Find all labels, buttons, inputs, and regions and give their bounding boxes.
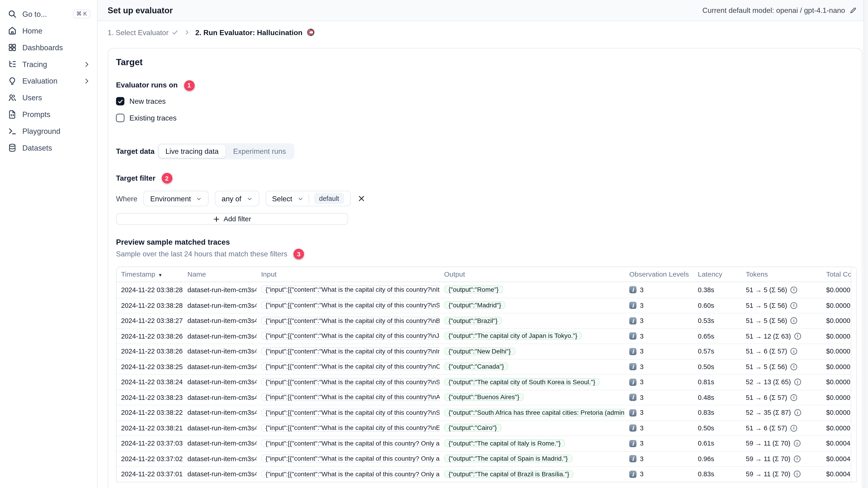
lightbulb-icon: [8, 76, 17, 86]
observation-level-icon: i: [629, 363, 637, 370]
cell-name: dataset-run-item-cm3s4: [183, 409, 257, 417]
input-chip[interactable]: {"input":[{"content":"What is the capita…: [261, 378, 439, 386]
table-row[interactable]: 2024-11-22 03:38:22 dataset-run-item-cm3…: [117, 405, 857, 420]
obs-count: 3: [640, 317, 644, 325]
input-chip[interactable]: {"input":[{"content":"What is the capita…: [261, 301, 439, 309]
input-chip[interactable]: {"input":[{"content":"What is the capita…: [261, 424, 439, 432]
tab-experiment-runs[interactable]: Experiment runs: [226, 144, 292, 158]
table-row[interactable]: 2024-11-22 03:38:23 dataset-run-item-cm3…: [117, 390, 857, 405]
info-icon[interactable]: i: [790, 394, 797, 401]
filter-column-select[interactable]: Environment: [144, 191, 209, 206]
sidebar-item-prompts[interactable]: Prompts: [0, 106, 97, 123]
input-chip[interactable]: {"input":[{"content":"What is the capita…: [261, 393, 439, 401]
step-badge-2: 2: [161, 173, 172, 184]
input-chip[interactable]: {"input":[{"content":"What is the capita…: [261, 470, 439, 478]
output-chip[interactable]: {"output":"Cairo"}: [444, 424, 501, 432]
tab-live-tracing-data[interactable]: Live tracing data: [159, 144, 225, 158]
cell-name: dataset-run-item-cm3s4: [183, 440, 257, 447]
sidebar-item-users[interactable]: Users: [0, 89, 97, 106]
filter-value-placeholder: Select: [272, 194, 292, 203]
input-chip[interactable]: {"input":[{"content":"What is the capita…: [261, 317, 439, 324]
target-card: Target Evaluator runs on1 New traces Exi…: [108, 48, 863, 488]
table-row[interactable]: 2024-11-22 03:38:25 dataset-run-item-cm3…: [117, 359, 857, 374]
info-icon[interactable]: i: [790, 302, 797, 309]
info-icon[interactable]: i: [794, 410, 801, 416]
app-window: Go to... ⌘ K Home Dashboards Tracing Eva…: [0, 0, 868, 488]
output-chip[interactable]: {"output":"The capital city of South Kor…: [444, 378, 600, 386]
output-chip[interactable]: {"output":"The capital city of Japan is …: [444, 332, 582, 340]
sidebar-item-playground[interactable]: Playground: [0, 123, 97, 139]
output-chip[interactable]: {"output":"Madrid"}: [444, 301, 506, 309]
tokens-text: 51 → 12 (Σ 63): [746, 332, 791, 340]
sidebar-item-dashboards[interactable]: Dashboards: [0, 39, 97, 56]
table-row[interactable]: 2024-11-22 03:38:28 dataset-run-item-cm3…: [117, 297, 857, 313]
table-row[interactable]: 2024-11-22 03:37:01 dataset-run-item-cm3…: [117, 466, 857, 482]
output-chip[interactable]: {"output":"South Africa has three capita…: [444, 409, 625, 416]
table-row[interactable]: 2024-11-22 03:37:03 dataset-run-item-cm3…: [117, 435, 857, 451]
input-chip[interactable]: {"input":[{"content":"What is the capita…: [261, 409, 439, 416]
cell-timestamp: 2024-11-22 03:38:26: [117, 348, 183, 355]
goto-label: Go to...: [22, 10, 47, 18]
info-icon[interactable]: i: [790, 348, 797, 355]
table-row[interactable]: 2024-11-22 03:38:26 dataset-run-item-cm3…: [117, 328, 857, 344]
column-header-timestamp[interactable]: Timestamp▼: [117, 270, 183, 278]
new-traces-label: New traces: [129, 97, 166, 105]
input-chip[interactable]: {"input":[{"content":"What is the capita…: [261, 286, 439, 293]
output-chip[interactable]: {"output":"Canada"}: [444, 363, 508, 370]
cell-latency: 0.83s: [693, 470, 742, 478]
input-chip[interactable]: {"input":[{"content":"What is the capita…: [261, 440, 439, 447]
option-existing-traces: Existing traces: [116, 112, 855, 124]
output-chip[interactable]: {"output":"Brazil"}: [444, 317, 502, 324]
info-icon[interactable]: i: [794, 440, 801, 447]
breadcrumb-step1[interactable]: 1. Select Evaluator: [108, 28, 179, 36]
info-icon[interactable]: i: [794, 471, 801, 478]
ragas-evaluator-icon: [306, 28, 315, 37]
input-chip[interactable]: {"input":[{"content":"What is the capita…: [261, 454, 439, 462]
info-icon[interactable]: i: [790, 425, 797, 431]
sidebar-item-evaluation[interactable]: Evaluation: [0, 72, 97, 89]
page-vertical-scrollbar[interactable]: [864, 0, 868, 488]
table-row[interactable]: 2024-11-22 03:38:27 dataset-run-item-cm3…: [117, 313, 857, 328]
filter-operator-select[interactable]: any of: [215, 191, 259, 206]
chevron-right-icon: [83, 61, 91, 68]
output-chip[interactable]: {"output":"Buenos Aires"}: [444, 393, 524, 401]
output-chip[interactable]: {"output":"The capital of Brazil is Bras…: [444, 470, 574, 478]
output-chip[interactable]: {"output":"New Delhi"}: [444, 347, 515, 355]
input-chip[interactable]: {"input":[{"content":"What is the capita…: [261, 363, 439, 370]
column-header-output: Output: [439, 270, 625, 278]
tokens-text: 51 → 6 (Σ 57): [746, 348, 787, 355]
tokens-text: 59 → 11 (Σ 70): [746, 440, 790, 447]
info-icon[interactable]: i: [794, 379, 801, 385]
existing-traces-checkbox[interactable]: [116, 114, 124, 122]
remove-filter-button[interactable]: [358, 195, 365, 202]
input-chip[interactable]: {"input":[{"content":"What is the capita…: [261, 332, 439, 340]
sidebar-item-datasets[interactable]: Datasets: [0, 139, 97, 156]
cell-name: dataset-run-item-cm3s4: [183, 332, 257, 340]
observation-level-icon: i: [629, 286, 637, 294]
input-chip[interactable]: {"input":[{"content":"What is the capita…: [261, 347, 439, 355]
new-traces-checkbox[interactable]: [116, 97, 124, 105]
info-icon[interactable]: i: [794, 455, 801, 462]
sidebar-item-home[interactable]: Home: [0, 22, 97, 39]
filter-value-select[interactable]: Select default: [266, 191, 351, 206]
table-row[interactable]: 2024-11-22 03:38:24 dataset-run-item-cm3…: [117, 374, 857, 390]
edit-pencil-icon[interactable]: [849, 7, 857, 14]
info-icon[interactable]: i: [790, 363, 797, 370]
sidebar-item-tracing[interactable]: Tracing: [0, 56, 97, 72]
obs-count: 3: [640, 348, 644, 355]
info-icon[interactable]: i: [790, 287, 797, 293]
observation-level-icon: i: [629, 409, 637, 416]
table-row[interactable]: 2024-11-22 03:38:26 dataset-run-item-cm3…: [117, 344, 857, 359]
info-icon[interactable]: i: [790, 318, 797, 324]
table-row[interactable]: 2024-11-22 03:38:21 dataset-run-item-cm3…: [117, 420, 857, 435]
add-filter-button[interactable]: Add filter: [116, 213, 348, 225]
table-row[interactable]: 2024-11-22 03:38:28 dataset-run-item-cm3…: [117, 282, 857, 297]
output-chip[interactable]: {"output":"The capital of Spain is Madri…: [444, 454, 572, 462]
info-icon[interactable]: i: [794, 333, 801, 339]
sidebar-goto-search[interactable]: Go to... ⌘ K: [0, 5, 97, 22]
table-row[interactable]: 2024-11-22 03:37:02 dataset-run-item-cm3…: [117, 451, 857, 466]
column-header-latency: Latency: [693, 270, 742, 278]
table-vertical-scrollbar[interactable]: [851, 267, 856, 482]
output-chip[interactable]: {"output":"The capital of Italy is Rome.…: [444, 440, 565, 447]
output-chip[interactable]: {"output":"Rome"}: [444, 286, 503, 293]
